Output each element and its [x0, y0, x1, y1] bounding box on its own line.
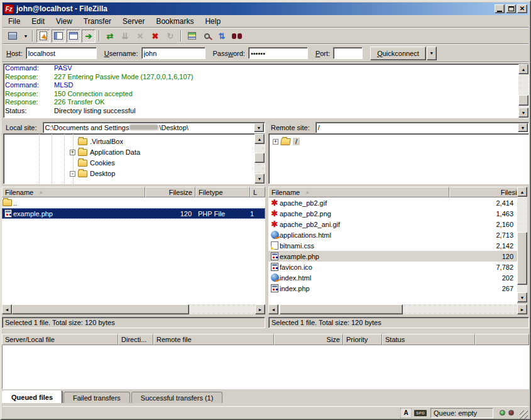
- window-title: john@localhost - FileZilla: [16, 4, 493, 13]
- table-row[interactable]: ✱apache_pb2_ani.gif2,160: [268, 219, 517, 229]
- close-button[interactable]: ✕: [517, 4, 527, 13]
- scroll-left-button[interactable]: ◄: [268, 304, 278, 314]
- speed-limit-icon[interactable]: SPD: [414, 410, 427, 416]
- column-size[interactable]: Size: [274, 334, 343, 345]
- menu-view[interactable]: View: [50, 16, 78, 27]
- disconnect-button[interactable]: ✖: [148, 30, 162, 43]
- site-manager-dropdown[interactable]: ▼: [21, 30, 29, 43]
- refresh-button[interactable]: ⇄: [103, 30, 117, 43]
- menu-help[interactable]: Help: [199, 16, 226, 27]
- filter-button[interactable]: [185, 30, 199, 43]
- table-row[interactable]: example.php 120 PHP File 1: [2, 208, 265, 219]
- toolbar: ▼ ➔ ⇄ ⇊ ✕ ✖ ↻ ⇅: [3, 28, 528, 44]
- column-remote-file[interactable]: Remote file: [153, 334, 274, 345]
- toggle-log-button[interactable]: [36, 30, 50, 43]
- table-row[interactable]: index.php267: [268, 283, 517, 294]
- tab-failed-transfers[interactable]: Failed transfers: [63, 392, 130, 403]
- column-filename[interactable]: Filename▲: [268, 187, 449, 197]
- column-filesize[interactable]: Filesize: [449, 187, 527, 197]
- scroll-up-button[interactable]: ▲: [255, 134, 265, 144]
- table-row[interactable]: ✱apache_pb2.png1,463: [268, 208, 517, 219]
- collapse-icon[interactable]: -: [70, 171, 75, 177]
- magnifier-icon: [204, 33, 210, 39]
- menu-server[interactable]: Server: [117, 16, 150, 27]
- column-filetype[interactable]: Filetype: [195, 187, 250, 197]
- scrollbar-thumb[interactable]: [12, 304, 189, 314]
- scroll-up-button[interactable]: ▲: [518, 64, 528, 74]
- compare-directories-button[interactable]: [200, 30, 214, 43]
- table-row[interactable]: ..: [2, 197, 265, 208]
- css-file-icon: [270, 241, 280, 250]
- scrollbar-thumb[interactable]: [518, 95, 528, 106]
- table-row[interactable]: favicon.ico7,782: [268, 262, 517, 272]
- scroll-down-button[interactable]: ▼: [255, 174, 265, 184]
- remote-site-row: Remote site: / ▼: [268, 122, 529, 133]
- status-bar: A SPD Queue: empty: [3, 406, 528, 419]
- menu-edit[interactable]: Edit: [26, 16, 50, 27]
- table-row[interactable]: example.php120: [268, 251, 517, 262]
- scroll-down-button[interactable]: ▼: [518, 108, 528, 118]
- table-row[interactable]: bitnami.css2,142: [268, 240, 517, 251]
- quickconnect-button[interactable]: Quickconnect: [370, 47, 426, 60]
- local-site-combo[interactable]: C:\Documents and Settings\Desktop\ ▼: [43, 122, 265, 133]
- tree-item-desktop[interactable]: -Desktop: [70, 169, 115, 179]
- table-row[interactable]: applications.html2,713: [268, 229, 517, 240]
- column-server-local-file[interactable]: Server/Local file: [2, 334, 118, 345]
- remote-site-combo[interactable]: / ▼: [315, 122, 529, 133]
- column-filename[interactable]: Filename▲: [2, 187, 145, 197]
- username-label: Username:: [104, 50, 138, 57]
- tab-queued-files[interactable]: Queued files: [2, 390, 62, 403]
- tree-item-cookies[interactable]: Cookies: [78, 158, 115, 168]
- menu-bookmarks[interactable]: Bookmarks: [150, 16, 199, 27]
- scroll-left-button[interactable]: ◄: [2, 304, 12, 314]
- tree-item-virtualbox[interactable]: .VirtualBox: [78, 136, 123, 146]
- scroll-right-button[interactable]: ►: [517, 304, 527, 314]
- queue-list[interactable]: [2, 345, 529, 389]
- toolbar-separator: [99, 30, 100, 41]
- scroll-down-button[interactable]: ▼: [517, 292, 527, 302]
- tree-item-application-data[interactable]: +Application Data: [70, 147, 140, 157]
- host-input[interactable]: [26, 47, 97, 59]
- scrollbar-thumb[interactable]: [255, 153, 265, 163]
- column-filesize[interactable]: Filesize: [145, 187, 195, 197]
- data-type-ascii-icon[interactable]: A: [400, 408, 412, 418]
- scroll-up-button[interactable]: ▲: [517, 187, 527, 197]
- scrollbar-thumb[interactable]: [517, 232, 527, 285]
- find-files-button[interactable]: [230, 30, 244, 43]
- toggle-queue-button[interactable]: ➔: [82, 30, 96, 43]
- minimize-button[interactable]: [495, 4, 505, 13]
- tree-guide: [52, 134, 52, 184]
- tree-item-root[interactable]: +/: [273, 136, 300, 146]
- toggle-local-tree-button[interactable]: [52, 30, 65, 43]
- resize-grip[interactable]: [520, 411, 528, 419]
- local-file-list: .. example.php 120 PHP File 1: [2, 197, 265, 304]
- apache-file-icon: ✱: [270, 209, 280, 218]
- table-row[interactable]: index.html202: [268, 272, 517, 283]
- expand-icon[interactable]: +: [70, 150, 75, 155]
- maximize-button[interactable]: [506, 4, 516, 13]
- username-input[interactable]: [141, 47, 205, 59]
- column-priority[interactable]: Priority: [343, 334, 382, 345]
- column-status[interactable]: Status: [382, 334, 475, 345]
- toggle-remote-tree-button[interactable]: [67, 30, 80, 43]
- table-row[interactable]: ✱apache_pb2.gif2,414: [268, 197, 517, 208]
- password-input[interactable]: [248, 47, 308, 59]
- expand-icon[interactable]: +: [273, 139, 278, 145]
- menu-file[interactable]: File: [3, 16, 26, 27]
- site-manager-button[interactable]: [6, 30, 19, 43]
- redacted-username: [129, 124, 158, 130]
- chevron-down-icon[interactable]: ▼: [254, 123, 264, 132]
- local-selection-status: Selected 1 file. Total size: 120 bytes: [2, 317, 265, 328]
- chevron-down-icon[interactable]: ▼: [518, 123, 528, 132]
- column-direction[interactable]: Directi...: [118, 334, 153, 345]
- log-view-icon: [40, 31, 47, 40]
- scrollbar-thumb[interactable]: [280, 304, 403, 314]
- quickconnect-dropdown[interactable]: ▼: [427, 47, 437, 60]
- synchronized-browsing-button[interactable]: ⇅: [215, 30, 229, 43]
- port-input[interactable]: [333, 47, 363, 59]
- column-last-modified[interactable]: L: [250, 187, 265, 197]
- tab-successful-transfers[interactable]: Successful transfers (1): [131, 392, 223, 403]
- menu-transfer[interactable]: Transfer: [78, 16, 117, 27]
- scroll-right-button[interactable]: ►: [255, 304, 265, 314]
- queue-tabs: Queued files Failed transfers Successful…: [2, 390, 529, 403]
